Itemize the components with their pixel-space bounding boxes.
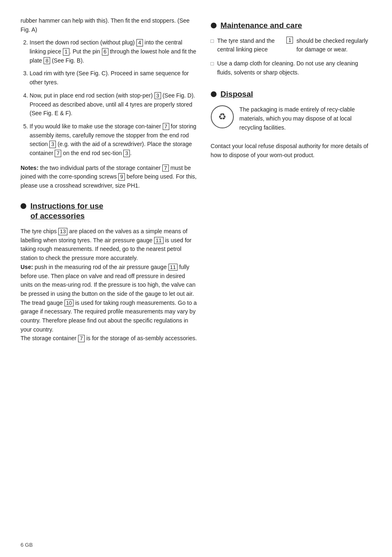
ref-1b: 1: [286, 37, 293, 44]
disposal-header: Disposal: [211, 89, 371, 100]
ref-3b: 3: [49, 141, 56, 148]
page: rubber hammer can help with this). Then …: [0, 0, 392, 557]
notes-label: Notes:: [21, 165, 39, 171]
recycle-icon: ♻: [211, 105, 234, 128]
step-4: Now, put in place end rod section (with …: [30, 91, 198, 118]
use-label: Use:: [21, 264, 33, 270]
bullet-maintenance: [211, 23, 217, 28]
ref-11a: 11: [154, 237, 163, 244]
ref-7b: 7: [55, 150, 61, 157]
disposal-footer-text: Contact your local refuse disposal autho…: [211, 142, 371, 160]
ref-7c: 7: [162, 165, 169, 172]
ref-7a: 7: [163, 123, 169, 130]
maintenance-title: Maintenance and care: [221, 21, 302, 31]
ref-4: 4: [136, 39, 143, 46]
maintenance-item-1: The tyre stand and the central linking p…: [211, 37, 371, 54]
step-2: Insert the down rod section (without plu…: [30, 38, 198, 65]
steps-list: Insert the down rod section (without plu…: [21, 38, 198, 158]
ref-3c: 3: [123, 150, 130, 157]
disposal-title: Disposal: [221, 89, 253, 100]
right-column: Maintenance and care The tyre stand and …: [211, 16, 371, 347]
ref-6: 6: [102, 48, 108, 56]
footer-label: 6 GB: [21, 542, 33, 548]
notes-paragraph: Notes: the two individual parts of the s…: [21, 164, 198, 190]
step-5: If you would like to make use the storag…: [30, 122, 198, 158]
maintenance-header: Maintenance and care: [211, 21, 371, 31]
ref-7d: 7: [78, 335, 85, 342]
ref-13: 13: [58, 228, 67, 235]
accessories-section: Instructions for useof accessories The t…: [21, 201, 198, 343]
ref-9: 9: [118, 173, 125, 181]
disposal-section: Disposal ♻ The packaging is made entirel…: [211, 89, 371, 160]
ref-8: 8: [44, 57, 50, 65]
bullet-accessories: [21, 203, 26, 209]
ref-1a: 1: [63, 48, 69, 56]
maintenance-list: The tyre stand and the central linking p…: [211, 37, 371, 77]
intro-text: rubber hammer can help with this). Then …: [21, 16, 198, 34]
step-3: Load rim with tyre (See Fig. C). Proceed…: [30, 69, 198, 87]
accessories-body: The tyre chips 13 are placed on the valv…: [21, 227, 198, 343]
bullet-disposal: [211, 91, 217, 97]
ref-11b: 11: [168, 264, 178, 271]
ref-10: 10: [65, 299, 74, 307]
disposal-icon-text: The packaging is made entirely of recy-c…: [240, 105, 371, 132]
ref-3a: 3: [154, 92, 161, 100]
accessories-title: Instructions for useof accessories: [30, 201, 103, 221]
accessories-header: Instructions for useof accessories: [21, 201, 198, 221]
disposal-block: ♻ The packaging is made entirely of recy…: [211, 105, 371, 136]
maintenance-item-2: Use a damp cloth for cleaning. Do not us…: [211, 59, 371, 77]
left-column: rubber hammer can help with this). Then …: [21, 16, 198, 347]
